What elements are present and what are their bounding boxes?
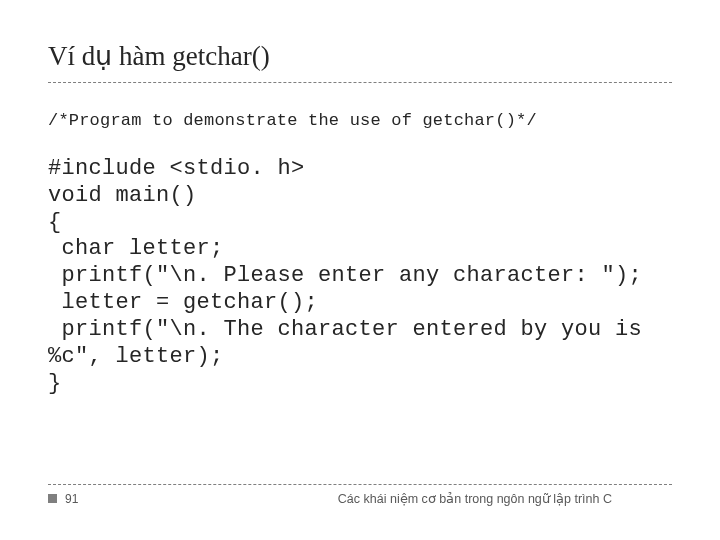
page-number: 91 <box>65 492 78 506</box>
code-comment: /*Program to demonstrate the use of getc… <box>48 111 672 130</box>
footer-marker-icon <box>48 494 57 503</box>
slide-content: Ví dụ hàm getchar() /*Program to demonst… <box>0 0 720 397</box>
footer-divider <box>48 484 672 485</box>
footer-text: Các khái niệm cơ bản trong ngôn ngữ lập … <box>338 491 612 506</box>
slide-title: Ví dụ hàm getchar() <box>48 40 672 80</box>
code-block: #include <stdio. h> void main() { char l… <box>48 156 672 397</box>
title-divider <box>48 82 672 83</box>
slide-footer: 91 Các khái niệm cơ bản trong ngôn ngữ l… <box>48 484 672 506</box>
footer-row: 91 Các khái niệm cơ bản trong ngôn ngữ l… <box>48 491 672 506</box>
